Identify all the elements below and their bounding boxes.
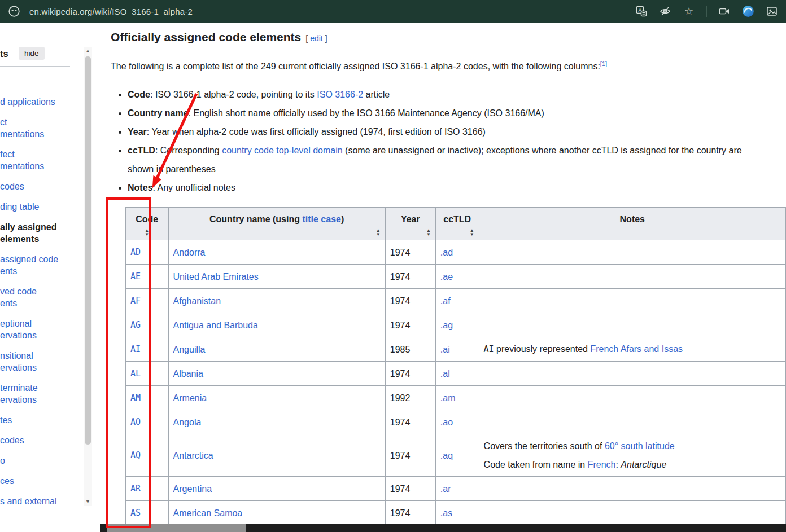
web-capture-icon[interactable] — [718, 5, 731, 17]
code-link[interactable]: AR — [130, 483, 141, 494]
toc-divider — [0, 66, 70, 67]
country-link[interactable]: Angola — [173, 417, 202, 427]
site-info-icon[interactable] — [8, 5, 20, 17]
country-cell: Albania — [168, 362, 385, 386]
code-link[interactable]: AG — [130, 320, 141, 330]
legend-item: ccTLD: Corresponding country code top-le… — [128, 141, 754, 178]
country-link[interactable]: Antigua and Barbuda — [173, 320, 258, 330]
text-span: : Corresponding — [155, 146, 222, 155]
table-row: ADAndorra1974.ad — [126, 240, 786, 265]
toc-sidebar: ts hide d applicationsctmentationsfectme… — [0, 23, 84, 532]
toc-hide-button[interactable]: hide — [19, 47, 45, 60]
cctld-link[interactable]: .al — [440, 369, 450, 379]
toc-item[interactable]: ces — [0, 475, 14, 487]
cctld-link[interactable]: .af — [440, 296, 451, 306]
toc-item[interactable]: fectmentations — [0, 148, 44, 172]
sort-arrows-icon[interactable]: ▲▼ — [376, 228, 381, 236]
country-link[interactable]: Afghanistan — [173, 296, 221, 306]
toc-item[interactable]: codes — [0, 181, 24, 192]
table-row: ARArgentina1974.ar — [126, 477, 786, 501]
country-link[interactable]: Albania — [173, 369, 203, 379]
cctld-link[interactable]: .as — [440, 508, 452, 518]
toc-item[interactable]: ding table — [0, 201, 39, 213]
cctld-link[interactable]: .ag — [440, 320, 453, 330]
country-link[interactable]: Andorra — [173, 248, 206, 257]
picture-icon[interactable] — [766, 5, 778, 17]
column-header[interactable]: ccTLD▲▼ — [435, 208, 479, 240]
sort-arrows-icon[interactable]: ▲▼ — [470, 228, 474, 236]
scroll-down-arrow-icon[interactable]: ▼ — [84, 498, 92, 506]
cctld-link[interactable]: .ao — [440, 417, 453, 427]
edge-logo-icon[interactable] — [742, 5, 754, 17]
country-link[interactable]: United Arab Emirates — [173, 272, 259, 282]
code-link[interactable]: AL — [130, 368, 141, 379]
country-cell: Afghanistan — [168, 289, 385, 313]
text-link[interactable]: French Afars and Issas — [590, 344, 683, 354]
toc-item[interactable]: terminateervations — [0, 382, 38, 406]
code-cell: AL — [126, 362, 169, 386]
favorites-star-icon[interactable]: ☆ — [683, 5, 695, 17]
cctld-link[interactable]: .ar — [440, 484, 451, 494]
text-link[interactable]: ISO 3166-2 — [317, 90, 363, 99]
code-link[interactable]: AI — [130, 344, 141, 354]
country-link[interactable]: American Samoa — [173, 508, 243, 518]
text-link[interactable]: French — [588, 460, 616, 469]
text-link[interactable]: country code top-level domain — [222, 146, 342, 155]
toc-line: eptional — [0, 318, 37, 329]
scroll-up-arrow-icon[interactable]: ▲ — [84, 47, 92, 55]
code-link[interactable]: AD — [130, 247, 141, 257]
horizontal-scrollbar[interactable] — [100, 524, 786, 532]
country-link[interactable]: Anguilla — [173, 345, 206, 354]
code-link[interactable]: AS — [130, 508, 141, 518]
country-cell: Anguilla — [168, 337, 385, 362]
column-header[interactable]: Country name (using title case)▲▼ — [168, 208, 385, 240]
citation-link[interactable]: [1] — [600, 60, 607, 67]
cctld-link[interactable]: .ae — [440, 272, 453, 282]
code-link[interactable]: AM — [130, 393, 141, 403]
toc-item-current[interactable]: ally assignedelements — [0, 221, 57, 245]
text-link[interactable]: title case — [302, 214, 340, 224]
horizontal-scrollbar-thumb[interactable] — [107, 524, 246, 532]
code-link[interactable]: AF — [130, 296, 141, 306]
toc-item[interactable]: o — [0, 455, 5, 467]
sort-arrows-icon[interactable]: ▲▼ — [426, 228, 431, 236]
toc-item[interactable]: codes — [0, 434, 24, 446]
country-link[interactable]: Armenia — [173, 393, 207, 403]
translate-icon[interactable]: A — [635, 5, 648, 17]
toc-item[interactable]: eptionalervations — [0, 318, 37, 341]
sidebar-scrollbar[interactable]: ▲ ▼ — [84, 47, 92, 506]
cctld-link[interactable]: .ad — [440, 248, 453, 257]
hidden-eye-icon[interactable] — [659, 5, 671, 17]
toc-item[interactable]: ved codeents — [0, 285, 37, 309]
sidebar-scrollbar-thumb[interactable] — [85, 56, 91, 445]
toc-item[interactable]: d applications — [0, 96, 55, 108]
code-link[interactable]: AE — [130, 271, 141, 282]
table-row: ALAlbania1974.al — [126, 362, 786, 386]
toc-item[interactable]: tes — [0, 414, 12, 426]
toc-line: assigned code — [0, 253, 58, 265]
cctld-link[interactable]: .ai — [440, 345, 450, 354]
code-link[interactable]: AQ — [130, 450, 141, 460]
toc-item[interactable]: ctmentations — [0, 116, 44, 140]
code-cell: AD — [126, 240, 169, 265]
column-header[interactable]: Year▲▼ — [385, 208, 435, 240]
legend-item: Country name: English short name officia… — [128, 104, 754, 122]
country-link[interactable]: Antarctica — [173, 451, 213, 460]
code-link[interactable]: AO — [130, 417, 141, 427]
sort-arrows-icon[interactable]: ▲▼ — [145, 228, 149, 236]
toc-item[interactable]: s and external — [0, 495, 57, 507]
column-header[interactable]: Notes — [479, 208, 785, 240]
toc-item[interactable]: assigned codeents — [0, 253, 58, 277]
column-header[interactable]: Code▲▼ — [126, 208, 169, 240]
cctld-cell: .ae — [435, 265, 479, 289]
edit-link[interactable]: edit — [310, 34, 323, 43]
url-text[interactable]: en.wikipedia.org/wiki/ISO_3166-1_alpha-2 — [29, 7, 193, 16]
cctld-link[interactable]: .am — [440, 393, 456, 403]
toc-line: ervations — [0, 329, 37, 341]
text-link[interactable]: 60° south latitude — [605, 441, 675, 451]
notes-cell — [479, 410, 785, 434]
toc-item[interactable]: nsitionalervations — [0, 350, 37, 373]
country-cell: American Samoa — [168, 501, 385, 524]
country-link[interactable]: Argentina — [173, 484, 212, 494]
cctld-link[interactable]: .aq — [440, 451, 453, 460]
